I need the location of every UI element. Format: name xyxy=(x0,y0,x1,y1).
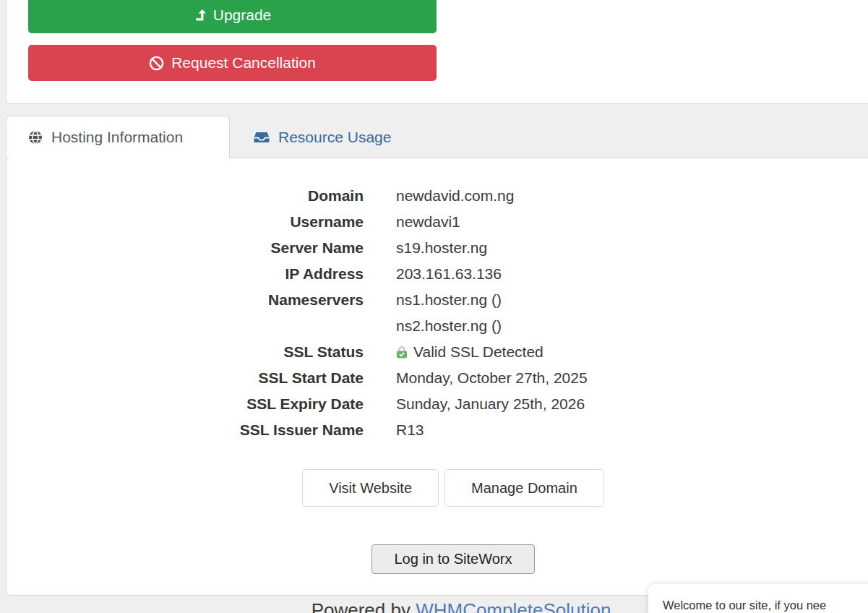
chat-welcome-message: Welcome to our site, if you nee xyxy=(648,584,868,612)
ssl-status-text: Valid SSL Detected xyxy=(413,339,543,365)
detail-value-server-name: s19.hoster.ng xyxy=(396,235,588,261)
actions-card: Upgrade Request Cancellation xyxy=(6,0,868,104)
domain-actions-row: Visit Website Manage Domain xyxy=(7,469,868,507)
detail-value-ssl-issuer-name: R13 xyxy=(396,417,588,443)
detail-value-ssl-start-date: Monday, October 27th, 2025 xyxy=(396,365,588,391)
upgrade-button-label: Upgrade xyxy=(213,7,272,24)
chat-widget[interactable]: Welcome to our site, if you nee xyxy=(648,584,868,613)
hosting-details-list: Domain newdavid.com.ng Username newdavi1… xyxy=(7,183,588,443)
cancel-button-label: Request Cancellation xyxy=(171,54,316,72)
detail-value-ssl-expiry-date: Sunday, January 25th, 2026 xyxy=(396,391,588,417)
detail-label-nameservers: Nameservers xyxy=(7,287,364,313)
globe-icon xyxy=(28,130,43,145)
upgrade-button[interactable]: Upgrade xyxy=(28,0,437,33)
detail-value-domain: newdavid.com.ng xyxy=(396,183,588,209)
detail-label-ssl-start-date: SSL Start Date xyxy=(7,365,364,391)
whmcompletesolution-link[interactable]: WHMCompleteSolution xyxy=(416,599,611,613)
detail-label-ssl-status: SSL Status xyxy=(7,339,364,365)
tab-resource-usage[interactable]: Resource Usage xyxy=(230,116,415,158)
detail-label-ssl-expiry-date: SSL Expiry Date xyxy=(7,391,364,417)
tab-resource-label: Resource Usage xyxy=(278,129,391,146)
detail-label-domain: Domain xyxy=(7,183,364,209)
detail-value-nameserver-2: ns2.hoster.ng () xyxy=(396,313,588,339)
actions-button-stack: Upgrade Request Cancellation xyxy=(28,0,437,81)
visit-website-button[interactable]: Visit Website xyxy=(302,469,439,507)
inbox-icon xyxy=(254,131,270,144)
tab-hosting-label: Hosting Information xyxy=(51,129,183,146)
request-cancellation-button[interactable]: Request Cancellation xyxy=(28,45,437,81)
detail-value-username: newdavi1 xyxy=(396,209,588,235)
detail-label-ssl-issuer-name: SSL Issuer Name xyxy=(7,417,364,443)
login-siteworx-button[interactable]: Log in to SiteWorx xyxy=(371,544,534,574)
siteworx-row: Log in to SiteWorx xyxy=(7,544,868,574)
lock-icon xyxy=(396,346,408,359)
hosting-information-panel: Domain newdavid.com.ng Username newdavi1… xyxy=(6,158,868,596)
detail-value-ip-address: 203.161.63.136 xyxy=(396,261,588,287)
detail-label-ip-address: IP Address xyxy=(7,261,364,287)
ban-icon xyxy=(149,56,164,71)
detail-value-ssl-status: Valid SSL Detected xyxy=(396,339,588,365)
detail-label-server-name: Server Name xyxy=(7,235,364,261)
powered-by-text: Powered by xyxy=(311,599,416,613)
level-up-arrow-icon xyxy=(194,9,206,22)
detail-label-username: Username xyxy=(7,209,364,235)
tab-hosting-information[interactable]: Hosting Information xyxy=(6,116,230,158)
detail-value-nameserver-1: ns1.hoster.ng () xyxy=(396,287,588,313)
tab-bar: Hosting Information Resource Usage xyxy=(6,116,415,158)
detail-label-blank xyxy=(7,313,364,339)
manage-domain-button[interactable]: Manage Domain xyxy=(444,469,604,507)
